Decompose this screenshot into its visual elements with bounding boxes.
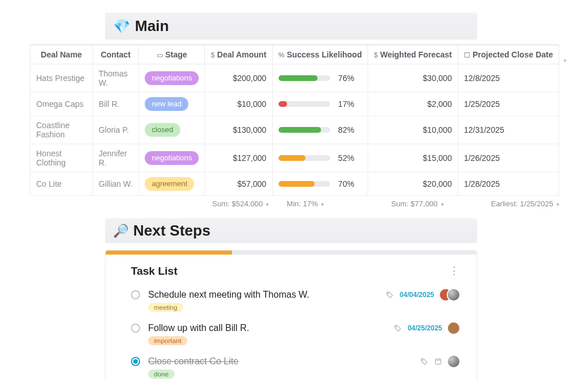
calendar-icon[interactable] [434,357,442,365]
diamond-icon: 💎 [113,18,130,34]
cell-contact[interactable]: Jennifer R. [92,144,139,172]
cell-weighted[interactable]: $30,000 [368,64,458,93]
cell-stage[interactable]: negotiations [139,64,205,93]
cell-stage[interactable]: negotiations [139,144,205,172]
cell-amount[interactable]: $200,000 [205,64,273,93]
calendar-icon: ☐ [464,51,470,59]
cell-deal-name[interactable]: Omega Caps [30,93,93,116]
avatar[interactable] [448,322,459,334]
stage-pill: new lead [145,97,188,111]
cell-contact[interactable]: Thomas W. [92,64,139,93]
chevron-down-icon: ▾ [321,201,324,207]
progress-bar [278,155,330,161]
task-title[interactable]: Schedule next meeting with Thomas W. [148,290,310,300]
cell-stage[interactable]: agreement [139,172,205,196]
tag-icon[interactable] [420,357,428,365]
cell-success[interactable]: 70% [272,172,368,196]
col-success[interactable]: %Success Likelihood [272,45,368,64]
svg-point-0 [388,293,388,294]
task-item: Close contract Co Lite done [131,353,459,381]
stage-pill: agreement [145,177,194,191]
svg-point-1 [396,326,396,327]
cell-close-date[interactable]: 12/8/2025 [458,64,559,93]
cell-success[interactable]: 17% [272,93,368,116]
next-steps-section-header: 🔎 Next Steps [105,218,477,243]
chevron-down-icon: ▾ [266,201,269,207]
task-avatars[interactable] [448,356,459,367]
dollar-icon: $ [211,51,215,59]
progress-bar [278,127,330,133]
table-row[interactable]: Coastline Fashion Gloria P. closed $130,… [30,116,559,144]
progress-pct: 17% [338,99,354,109]
col-contact[interactable]: Contact [92,45,139,64]
task-checkbox[interactable] [131,357,140,366]
cell-amount[interactable]: $130,000 [205,116,273,144]
table-row[interactable]: Honest Clothing Jennifer R. negotiations… [30,144,559,172]
cell-deal-name[interactable]: Co Lite [30,172,93,196]
table-row[interactable]: Omega Caps Bill R. new lead $10,000 17% … [30,93,559,116]
task-tag[interactable]: important [148,336,187,345]
stage-pill: closed [145,123,180,137]
cell-stage[interactable]: new lead [139,93,205,116]
cell-weighted[interactable]: $10,000 [368,116,458,144]
table-row[interactable]: Co Lite Gillian W. agreement $57,000 70%… [30,172,559,196]
col-amount[interactable]: $Deal Amount [205,45,273,64]
task-tag[interactable]: done [148,370,175,379]
cell-success[interactable]: 76% [272,64,368,93]
expand-column-handle[interactable]: ▸ [564,56,567,64]
task-tag[interactable]: meeting [148,303,183,312]
cell-close-date[interactable]: 12/31/2025 [458,116,559,144]
cell-close-date[interactable]: 1/26/2025 [458,144,559,172]
agg-earliest[interactable]: Earliest: 1/25/2025 ▾ [451,199,559,208]
col-deal-name[interactable]: Deal Name [30,45,93,64]
task-title[interactable]: Follow up with call Bill R. [148,323,249,333]
avatar[interactable] [448,356,459,367]
stage-pill: negotiations [145,71,199,85]
dollar-icon: $ [374,51,378,59]
task-title[interactable]: Close contract Co Lite [148,356,238,367]
progress-pct: 52% [338,153,354,163]
tag-icon[interactable] [394,324,402,332]
progress-bar [278,75,330,81]
agg-sum-amount[interactable]: Sum: $524,000 ▾ [212,199,274,208]
cell-deal-name[interactable]: Hats Prestige [30,64,93,93]
col-stage[interactable]: ▭Stage [139,45,205,64]
cell-success[interactable]: 52% [272,144,368,172]
task-checkbox[interactable] [131,324,140,333]
col-close-date[interactable]: ☐Projected Close Date [458,45,559,64]
cell-amount[interactable]: $57,000 [205,172,273,196]
cell-stage[interactable]: closed [139,116,205,144]
task-checkbox[interactable] [131,290,140,299]
task-avatars[interactable] [440,289,459,301]
cell-close-date[interactable]: 1/28/2025 [458,172,559,196]
main-title: Main [135,17,169,35]
cell-amount[interactable]: $127,000 [205,144,273,172]
cell-success[interactable]: 82% [272,116,368,144]
table-row[interactable]: Hats Prestige Thomas W. negotiations $20… [30,64,559,93]
aggregates-row: Sum: $524,000 ▾ Min: 17% ▾ Sum: $77,000 … [30,199,559,208]
cell-deal-name[interactable]: Honest Clothing [30,144,93,172]
progress-bar [278,101,330,107]
more-menu-icon[interactable]: ⋮ [449,264,461,277]
progress-pct: 82% [338,125,354,134]
cell-deal-name[interactable]: Coastline Fashion [30,116,93,144]
cell-weighted[interactable]: $15,000 [368,144,458,172]
task-due-date[interactable]: 04/25/2025 [408,324,442,332]
agg-sum-weighted[interactable]: Sum: $77,000 ▾ [360,199,451,208]
tasklist-heading: Task List [131,265,459,278]
task-avatars[interactable] [448,322,459,334]
avatar[interactable] [448,289,459,301]
tag-icon[interactable] [386,291,394,299]
col-weighted[interactable]: $Weighted Forecast [368,45,458,64]
progress-bar [278,181,330,187]
task-due-date[interactable]: 04/04/2025 [400,291,434,299]
cell-amount[interactable]: $10,000 [205,93,273,116]
cell-contact[interactable]: Gillian W. [92,172,139,196]
cell-contact[interactable]: Bill R. [92,93,139,116]
percent-icon: % [278,51,285,59]
cell-close-date[interactable]: 1/25/2025 [458,93,559,116]
cell-weighted[interactable]: $2,000 [368,93,458,116]
cell-weighted[interactable]: $20,000 [368,172,458,196]
cell-contact[interactable]: Gloria P. [92,116,139,144]
agg-min-pct[interactable]: Min: 17% ▾ [274,199,360,208]
